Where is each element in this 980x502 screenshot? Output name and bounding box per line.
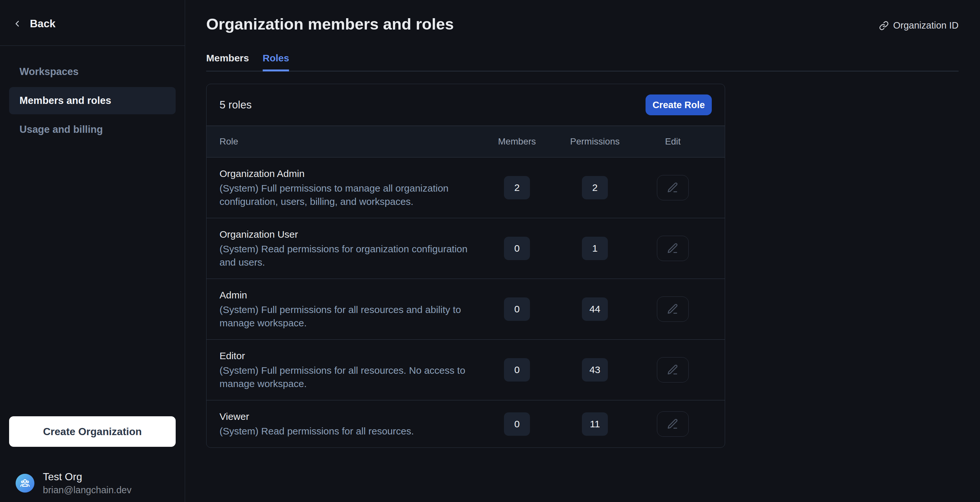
table-header-row: Role Members Permissions Edit	[207, 126, 725, 157]
back-label: Back	[30, 17, 56, 30]
role-name: Editor	[220, 349, 478, 362]
chevron-left-icon	[12, 19, 22, 29]
tab-bar: Members Roles	[206, 52, 959, 71]
column-header-edit: Edit	[634, 137, 712, 147]
people-group-icon	[19, 477, 31, 489]
tab-members[interactable]: Members	[206, 52, 249, 71]
sidebar: Back Workspaces Members and roles Usage …	[0, 0, 185, 502]
sidebar-item-workspaces[interactable]: Workspaces	[9, 58, 176, 86]
pencil-icon	[667, 364, 679, 376]
role-description: (System) Full permissions to manage all …	[220, 181, 478, 208]
org-avatar	[16, 474, 34, 492]
role-cell: Viewer (System) Read permissions for all…	[220, 410, 478, 438]
permissions-count-badge: 43	[582, 358, 608, 381]
role-cell: Organization User (System) Read permissi…	[220, 228, 478, 269]
table-row: Editor (System) Full permissions for all…	[207, 339, 725, 400]
table-row: Viewer (System) Read permissions for all…	[207, 400, 725, 448]
edit-role-button[interactable]	[657, 236, 689, 261]
column-header-permissions: Permissions	[556, 137, 634, 147]
table-row: Organization User (System) Read permissi…	[207, 218, 725, 279]
sidebar-item-members-and-roles[interactable]: Members and roles	[9, 87, 176, 114]
column-header-members: Members	[478, 137, 556, 147]
back-button[interactable]: Back	[0, 0, 185, 46]
organization-id-label: Organization ID	[893, 20, 959, 31]
link-icon	[879, 21, 889, 30]
main-content: Organization members and roles Organizat…	[185, 0, 980, 502]
tab-roles[interactable]: Roles	[263, 52, 290, 71]
role-description: (System) Read permissions for organizati…	[220, 242, 478, 269]
sidebar-item-label: Usage and billing	[19, 124, 103, 135]
pencil-icon	[667, 181, 679, 194]
create-organization-button[interactable]: Create Organization	[9, 416, 176, 447]
org-texts: Test Org brian@langchain.dev	[43, 471, 132, 496]
role-description: (System) Full permissions for all resour…	[220, 364, 478, 390]
org-email: brian@langchain.dev	[43, 485, 132, 496]
table-row: Admin (System) Full permissions for all …	[207, 279, 725, 339]
members-count-badge: 0	[504, 297, 530, 321]
edit-role-button[interactable]	[657, 411, 689, 437]
members-count-badge: 0	[504, 237, 530, 260]
organization-id-link[interactable]: Organization ID	[879, 20, 959, 31]
members-count-badge: 2	[504, 176, 530, 199]
role-name: Viewer	[220, 410, 478, 423]
roles-count: 5 roles	[220, 99, 251, 111]
roles-panel-header: 5 roles Create Role	[207, 84, 725, 126]
role-name: Admin	[220, 289, 478, 302]
members-count-badge: 0	[504, 412, 530, 436]
role-cell: Organization Admin (System) Full permiss…	[220, 167, 478, 208]
edit-role-button[interactable]	[657, 175, 689, 200]
sidebar-bottom: Create Organization Test Org brian@langc…	[0, 416, 185, 502]
role-cell: Admin (System) Full permissions for all …	[220, 289, 478, 330]
pencil-icon	[667, 242, 679, 254]
pencil-icon	[667, 303, 679, 315]
roles-panel: 5 roles Create Role Role Members Permiss…	[206, 84, 725, 448]
role-cell: Editor (System) Full permissions for all…	[220, 349, 478, 390]
pencil-icon	[667, 418, 679, 430]
edit-role-button[interactable]	[657, 357, 689, 383]
app-window: Back Workspaces Members and roles Usage …	[0, 0, 980, 502]
role-name: Organization Admin	[220, 167, 478, 180]
sidebar-item-label: Workspaces	[19, 66, 79, 78]
create-role-button[interactable]: Create Role	[646, 94, 712, 115]
main-header: Organization members and roles Organizat…	[206, 15, 959, 33]
role-description: (System) Full permissions for all resour…	[220, 303, 478, 330]
role-name: Organization User	[220, 228, 478, 241]
permissions-count-badge: 11	[582, 412, 608, 436]
permissions-count-badge: 44	[582, 297, 608, 321]
org-name: Test Org	[43, 471, 132, 483]
permissions-count-badge: 2	[582, 176, 608, 199]
sidebar-item-label: Members and roles	[19, 95, 111, 106]
permissions-count-badge: 1	[582, 237, 608, 260]
column-header-role: Role	[220, 137, 478, 147]
table-row: Organization Admin (System) Full permiss…	[207, 157, 725, 218]
edit-role-button[interactable]	[657, 297, 689, 322]
sidebar-item-usage-and-billing[interactable]: Usage and billing	[9, 116, 176, 143]
members-count-badge: 0	[504, 358, 530, 381]
page-title: Organization members and roles	[206, 15, 453, 33]
role-description: (System) Read permissions for all resour…	[220, 424, 478, 438]
sidebar-nav: Workspaces Members and roles Usage and b…	[0, 46, 185, 143]
org-switcher[interactable]: Test Org brian@langchain.dev	[9, 471, 176, 496]
